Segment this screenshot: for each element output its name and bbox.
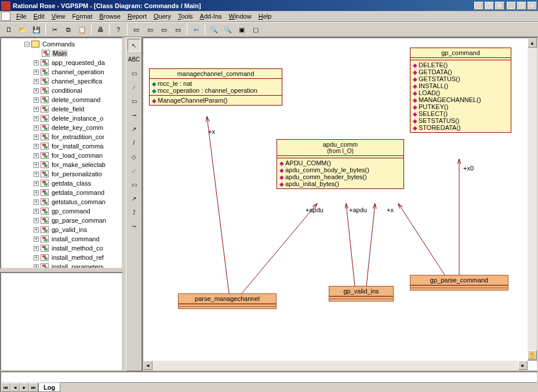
tree-item[interactable]: +install_method_ref (2, 253, 121, 262)
log-tab-prev[interactable]: ◄ (10, 383, 20, 392)
tb-browse2[interactable]: ▭ (144, 23, 157, 36)
browser-tree[interactable]: − Commands Main +app_requested_da+channe… (0, 37, 123, 269)
tb-zoomout[interactable]: 🔍 (221, 23, 234, 36)
scroll-right-icon[interactable]: ► (518, 361, 528, 370)
mdi-minimize-button[interactable]: _ (474, 2, 484, 10)
tree-expand-icon[interactable]: + (34, 116, 39, 121)
tree-item[interactable]: +for_extradition_cor (2, 132, 121, 141)
tree-expand-icon[interactable]: + (34, 162, 39, 168)
tb-print[interactable]: 🖶 (94, 23, 107, 36)
tb-help[interactable]: ? (112, 23, 125, 36)
scroll-up-icon[interactable]: ▲ (528, 38, 537, 48)
tree-collapse-icon[interactable]: − (24, 42, 30, 47)
menu-file[interactable]: File (13, 12, 30, 21)
tool-realize[interactable]: ⤳ (128, 220, 140, 233)
minimize-button[interactable]: _ (507, 2, 516, 10)
log-tab-first[interactable]: ⏮ (1, 383, 10, 392)
mdi-close-button[interactable]: ✕ (495, 2, 504, 10)
tree-expand-icon[interactable]: + (34, 144, 39, 149)
log-pane[interactable]: ⏮ ◄ ► ⏭ Log (0, 371, 538, 392)
menu-report[interactable]: Report (124, 12, 150, 21)
log-tab-last[interactable]: ⏭ (29, 383, 38, 392)
tb-fitwin[interactable]: ▣ (235, 23, 248, 36)
tool-assoc-uni[interactable]: ↗ (128, 122, 140, 135)
tree-item[interactable]: +delete_field (2, 104, 121, 114)
tree-item[interactable]: +for_install_comma (2, 141, 121, 151)
tree-expand-icon[interactable]: + (34, 135, 39, 140)
menu-addins[interactable]: Add-Ins (197, 12, 226, 21)
menu-window[interactable]: Window (226, 12, 255, 21)
menu-tools[interactable]: Tools (175, 12, 197, 21)
tree-expand-icon[interactable]: + (34, 172, 39, 177)
tree-item[interactable]: +app_requested_da (2, 58, 121, 67)
tree-expand-icon[interactable]: + (34, 88, 39, 93)
tree-expand-icon[interactable]: + (34, 79, 39, 84)
tb-zoomin[interactable]: 🔍 (208, 23, 220, 36)
tree-item[interactable]: +for_personalizatio (2, 169, 121, 179)
log-tab-next[interactable]: ► (20, 383, 29, 392)
tree-item[interactable]: +delete_instance_o (2, 114, 121, 123)
class-apdu-comm[interactable]: apdu_comm (from I_O) ◆APDU_COMM()◆apdu_c… (277, 139, 404, 189)
tree-expand-icon[interactable]: + (34, 237, 39, 242)
tool-dependency[interactable]: ↗ (128, 192, 140, 205)
tree-expand-icon[interactable]: + (34, 107, 39, 112)
tb-cut[interactable]: ✂ (48, 23, 61, 36)
tool-link[interactable]: ⟋ (128, 164, 140, 177)
tree-item[interactable]: +for_load_comman (2, 151, 121, 160)
tree-item[interactable]: +getdata_class (2, 179, 121, 188)
tree-expand-icon[interactable]: + (34, 264, 39, 270)
menu-query[interactable]: Query (150, 12, 175, 21)
tool-class[interactable]: ▭ (128, 95, 140, 107)
tree-item[interactable]: +conditional (2, 86, 121, 95)
tool-anchor[interactable]: ⟋ (128, 81, 140, 93)
tree-expand-icon[interactable]: + (34, 97, 39, 103)
tb-back[interactable]: ⇦ (190, 23, 202, 36)
tb-save[interactable]: 💾 (30, 23, 43, 36)
menu-format[interactable]: Format (68, 12, 96, 21)
tool-aggregation[interactable]: ◇ (128, 150, 140, 163)
pan-hand-icon[interactable]: ✋ (528, 350, 537, 360)
scroll-left-icon[interactable]: ◄ (143, 361, 152, 370)
tool-package[interactable]: ▭ (128, 178, 140, 191)
tb-open[interactable]: 📂 (16, 23, 29, 36)
menu-view[interactable]: View (48, 12, 69, 21)
menu-edit[interactable]: Edit (30, 12, 48, 21)
tool-text[interactable]: ABC (128, 53, 140, 66)
menu-browse[interactable]: Browse (96, 12, 124, 21)
tool-interface[interactable]: ⊸ (128, 108, 140, 121)
tree-expand-icon[interactable]: + (34, 246, 39, 251)
restore-button[interactable]: ❐ (517, 2, 526, 10)
canvas-vscroll[interactable]: ▲ ▼ (528, 38, 537, 361)
tree-expand-icon[interactable]: + (34, 60, 39, 66)
tree-item[interactable]: +gp_parse_comman (2, 216, 121, 225)
diagram-canvas[interactable]: +x +apdu +apdu +x +x0 managechannel_comm… (142, 37, 538, 371)
tool-note[interactable]: ▭ (128, 67, 140, 79)
tree-expand-icon[interactable]: + (34, 218, 39, 223)
tool-generalize[interactable]: ⤴ (128, 206, 140, 219)
class-parse-managechannel[interactable]: parse_managechannel (178, 293, 277, 309)
close-button[interactable]: ✕ (528, 2, 537, 10)
tree-expand-icon[interactable]: + (34, 181, 39, 186)
tool-selector[interactable]: ↖ (128, 39, 140, 52)
tree-item[interactable]: +for_make_selectab (2, 160, 121, 169)
tb-undofit[interactable]: ▢ (249, 23, 262, 36)
canvas-hscroll[interactable]: ◄ ► (143, 361, 528, 370)
class-gp-valid-ins[interactable]: gp_valid_ins (329, 286, 394, 302)
tree-item[interactable]: +install_method_co (2, 244, 121, 253)
log-tab-log[interactable]: Log (38, 383, 60, 392)
tb-copy[interactable]: ⧉ (62, 23, 75, 36)
tree-item[interactable]: +delete_key_comm (2, 123, 121, 132)
tree-item[interactable]: +channel_specifica (2, 77, 121, 86)
tree-item[interactable]: +channel_operation (2, 67, 121, 77)
tree-item[interactable]: +gp_command (2, 206, 121, 216)
tree-item[interactable]: +gp_valid_ins (2, 225, 121, 234)
tree-expand-icon[interactable]: + (34, 153, 39, 158)
tree-expand-icon[interactable]: + (34, 125, 39, 130)
tree-item[interactable]: +getstatus_comman (2, 197, 121, 206)
tree-item[interactable]: +install_parameters (2, 262, 121, 269)
tb-new[interactable]: 🗋 (2, 23, 15, 36)
class-managechannel[interactable]: managechannel_command ◆mcc_le : nat◆mcc_… (149, 68, 282, 106)
tree-expand-icon[interactable]: + (34, 190, 39, 195)
tree-expand-icon[interactable]: + (34, 70, 39, 75)
class-gp-parse-command[interactable]: gp_parse_command (410, 275, 508, 291)
